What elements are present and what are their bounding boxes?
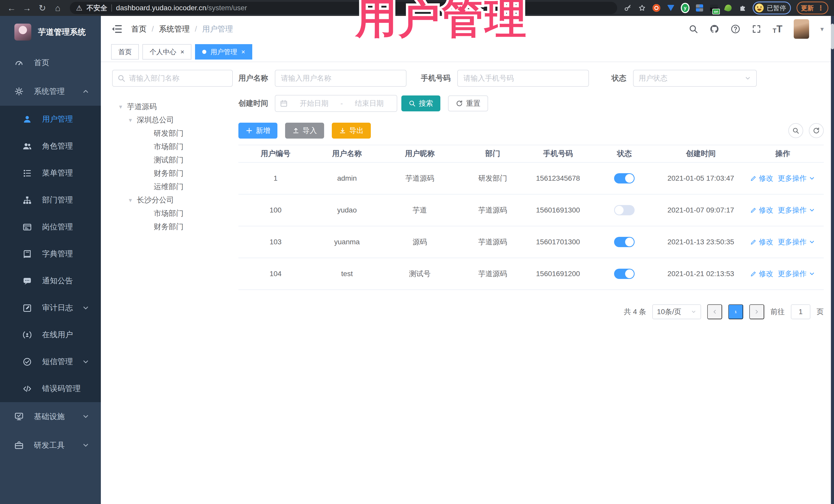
refresh-table-button[interactable] — [809, 123, 824, 138]
status-toggle[interactable] — [614, 269, 635, 279]
tree-node[interactable]: ▾ 芋道源码 — [112, 100, 233, 113]
tab-home[interactable]: 首页 — [111, 44, 139, 60]
sidebar-menu-item[interactable]: 用户管理 — [0, 106, 101, 133]
sidebar-menu-item[interactable]: 基础设施 — [0, 402, 101, 431]
scrollbar-thumb[interactable] — [831, 24, 834, 49]
breadcrumb-system[interactable]: 系统管理 — [159, 24, 190, 35]
sidebar-menu-item[interactable]: 系统管理 — [0, 77, 101, 106]
table-row: 1 admin 芋道源码 研发部门 15612345678 2021-01-05… — [238, 163, 824, 195]
avatar-caret-icon[interactable]: ▾ — [820, 25, 824, 33]
edit-link[interactable]: 修改 — [750, 269, 773, 279]
page-1-button[interactable]: 1 — [728, 304, 743, 319]
browser-profile-chip[interactable]: 已暂停 — [753, 2, 791, 14]
add-button[interactable]: 新增 — [238, 123, 278, 138]
tree-node[interactable]: 测试部门 — [112, 153, 233, 167]
breadcrumb-home[interactable]: 首页 — [131, 24, 147, 35]
browser-menu-icon[interactable]: ⋮ — [817, 5, 824, 11]
status-toggle[interactable] — [614, 237, 635, 247]
status-select[interactable]: 用户状态 — [633, 70, 757, 87]
more-actions-link[interactable]: 更多操作 — [778, 237, 815, 247]
import-button[interactable]: 导入 — [285, 123, 324, 138]
extension-orange-icon[interactable] — [652, 4, 661, 12]
username-input[interactable] — [275, 74, 406, 82]
more-actions-link[interactable]: 更多操作 — [778, 269, 815, 279]
sidebar-menu-item[interactable]: 错误码管理 — [0, 375, 101, 402]
security-label[interactable]: 不安全 — [86, 3, 107, 13]
goto-page-input[interactable] — [791, 304, 810, 319]
more-actions-link[interactable]: 更多操作 — [778, 174, 815, 183]
edit-link[interactable]: 修改 — [750, 174, 773, 183]
next-page-button[interactable] — [749, 304, 764, 319]
sidebar-menu-item[interactable]: 菜单管理 — [0, 160, 101, 187]
tree-node[interactable]: 财务部门 — [112, 220, 233, 234]
page-url: dashboard.yudao.iocoder.cn/system/user — [116, 4, 247, 12]
sidebar-menu-item[interactable]: 在线用户 — [0, 321, 101, 348]
browser-update-button[interactable]: 更新 ⋮ — [796, 2, 828, 14]
sidebar-fold-icon[interactable] — [111, 23, 123, 35]
tree-node[interactable]: 财务部门 — [112, 167, 233, 180]
sidebar-menu-item[interactable]: 字典管理 — [0, 240, 101, 267]
extension-green-y-icon[interactable]: y — [681, 4, 689, 12]
address-bar[interactable]: ⚠ 不安全 dashboard.yudao.iocoder.cn/system/… — [70, 2, 617, 14]
tag-view-bar: 首页 个人中心 × 用户管理 × — [101, 42, 834, 62]
page-size-select[interactable]: 10条/页 — [652, 304, 701, 319]
tab-close-icon[interactable]: × — [180, 48, 184, 55]
sidebar-menu-item[interactable]: 岗位管理 — [0, 214, 101, 240]
reset-button[interactable]: 重置 — [448, 95, 488, 111]
browser-back-button[interactable]: ← — [6, 2, 18, 14]
help-icon[interactable] — [730, 24, 740, 34]
header-search-icon[interactable] — [688, 24, 698, 34]
tree-node[interactable]: 市场部门 — [112, 140, 233, 153]
user-avatar[interactable] — [794, 19, 809, 39]
more-actions-link[interactable]: 更多操作 — [778, 205, 815, 215]
prev-page-button[interactable] — [707, 304, 722, 319]
sidebar-menu-item[interactable]: 首页 — [0, 48, 101, 77]
font-size-icon[interactable]: TT — [773, 24, 783, 34]
date-end-placeholder: 结束日期 — [347, 98, 392, 108]
extensions-puzzle-icon[interactable] — [738, 4, 747, 12]
tree-node[interactable]: 研发部门 — [112, 127, 233, 140]
edit-link[interactable]: 修改 — [750, 205, 773, 215]
status-toggle[interactable] — [614, 173, 635, 183]
tab-profile[interactable]: 个人中心 × — [142, 44, 192, 60]
sidebar-menu-item[interactable]: 短信管理 — [0, 348, 101, 375]
sidebar-menu-item[interactable]: 研发工具 — [0, 431, 101, 460]
extension-gem-icon[interactable] — [666, 4, 675, 12]
bookmark-star-icon[interactable] — [638, 4, 646, 12]
fullscreen-icon[interactable] — [752, 24, 761, 34]
github-icon[interactable] — [709, 24, 719, 34]
sidebar-menu-item[interactable]: 通知公告 — [0, 267, 101, 294]
search-button[interactable]: 搜索 — [401, 95, 440, 111]
mobile-input[interactable] — [458, 74, 588, 82]
tree-caret-icon[interactable]: ▾ — [127, 197, 134, 204]
upload-icon — [292, 127, 300, 134]
status-toggle[interactable] — [614, 205, 635, 215]
browser-forward-button[interactable]: → — [21, 2, 33, 14]
toggle-search-button[interactable] — [788, 123, 803, 138]
extension-grid-icon[interactable] — [695, 4, 704, 12]
tree-node[interactable]: 运维部门 — [112, 180, 233, 194]
extension-leaf-icon[interactable] — [724, 4, 733, 12]
edit-link[interactable]: 修改 — [750, 237, 773, 247]
dept-search-input[interactable] — [112, 70, 233, 87]
date-range-picker[interactable]: 开始日期 - 结束日期 — [275, 95, 397, 112]
tree-caret-icon[interactable]: ▾ — [117, 103, 124, 110]
password-key-icon[interactable] — [623, 4, 632, 12]
sidebar-menu-item[interactable]: 角色管理 — [0, 133, 101, 160]
sidebar-menu-item[interactable]: 部门管理 — [0, 187, 101, 214]
browser-home-button[interactable]: ⌂ — [52, 2, 64, 14]
tree-caret-icon[interactable]: ▾ — [127, 116, 134, 124]
tree-node[interactable]: ▾ 深圳总公司 — [112, 113, 233, 127]
tab-user-management[interactable]: 用户管理 × — [195, 44, 252, 60]
extension-switch-icon[interactable]: on — [709, 4, 718, 12]
tree-node[interactable]: ▾ 长沙分公司 — [112, 194, 233, 207]
sidebar-logo[interactable]: 芋道管理系统 — [0, 16, 101, 48]
header-actions: TT ▾ — [688, 19, 824, 39]
menu-item-label: 菜单管理 — [42, 168, 73, 178]
sidebar-menu-item[interactable]: 审计日志 — [0, 294, 101, 321]
export-button[interactable]: 导出 — [332, 123, 371, 138]
browser-reload-button[interactable]: ↻ — [37, 2, 48, 14]
tree-node[interactable]: 市场部门 — [112, 207, 233, 220]
tab-close-icon[interactable]: × — [241, 48, 245, 55]
page-scrollbar[interactable] — [831, 16, 834, 504]
